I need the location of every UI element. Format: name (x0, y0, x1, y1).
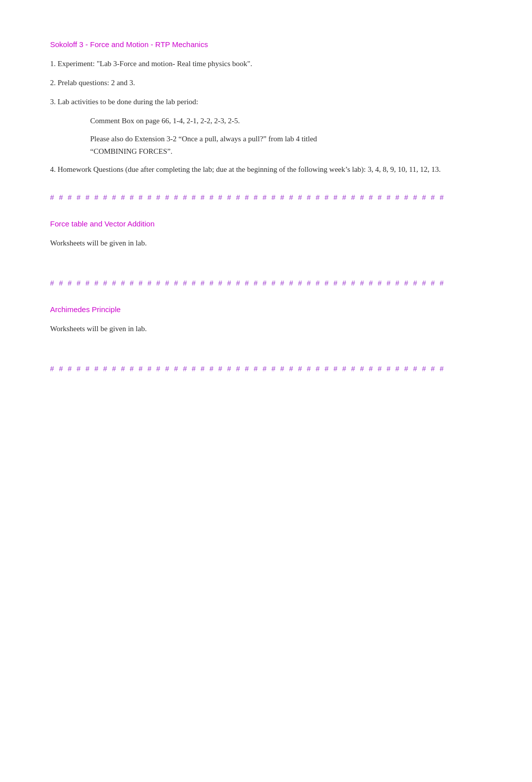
force-table-title: Force table and Vector Addition (50, 219, 482, 228)
section-sokoloff: Sokoloff 3 - Force and Motion - RTP Mech… (50, 40, 482, 175)
indented-text-1: Comment Box on page 66, 1-4, 2-1, 2-2, 2… (90, 115, 482, 128)
item-1: 1. Experiment: "Lab 3-Force and motion- … (50, 58, 482, 70)
item-4: 4. Homework Questions (due after complet… (50, 163, 482, 175)
item-1-text: Experiment: "Lab 3-Force and motion- Rea… (58, 60, 252, 68)
item-3-number: 3. (50, 98, 58, 106)
indented-text-3: “COMBINING FORCES”. (90, 145, 482, 158)
separator-1: # # # # # # # # # # # # # # # # # # # # … (50, 193, 482, 201)
item-4-text: 4. Homework Questions (due after complet… (50, 165, 441, 173)
item-2-text: Prelab questions: 2 and 3. (58, 79, 135, 87)
item-2-number: 2. (50, 79, 58, 87)
section-archimedes: Archimedes Principle Worksheets will be … (50, 305, 482, 335)
archimedes-title: Archimedes Principle (50, 305, 482, 314)
sokoloff-title: Sokoloff 3 - Force and Motion - RTP Mech… (50, 40, 482, 49)
indented-2: Please also do Extension 3-2 “Once a pul… (90, 133, 482, 158)
item-3-text: Lab activities to be done during the lab… (58, 98, 198, 106)
item-1-number: 1. (50, 60, 58, 68)
item-2: 2. Prelab questions: 2 and 3. (50, 77, 482, 89)
separator-3: # # # # # # # # # # # # # # # # # # # # … (50, 365, 482, 373)
force-table-worksheets: Worksheets will be given in lab. (50, 237, 482, 249)
separator-2: # # # # # # # # # # # # # # # # # # # # … (50, 279, 482, 287)
indented-text-2: Please also do Extension 3-2 “Once a pul… (90, 133, 482, 146)
indented-1: Comment Box on page 66, 1-4, 2-1, 2-2, 2… (90, 115, 482, 128)
item-3: 3. Lab activities to be done during the … (50, 96, 482, 108)
archimedes-worksheets: Worksheets will be given in lab. (50, 323, 482, 335)
section-force-table: Force table and Vector Addition Workshee… (50, 219, 482, 249)
